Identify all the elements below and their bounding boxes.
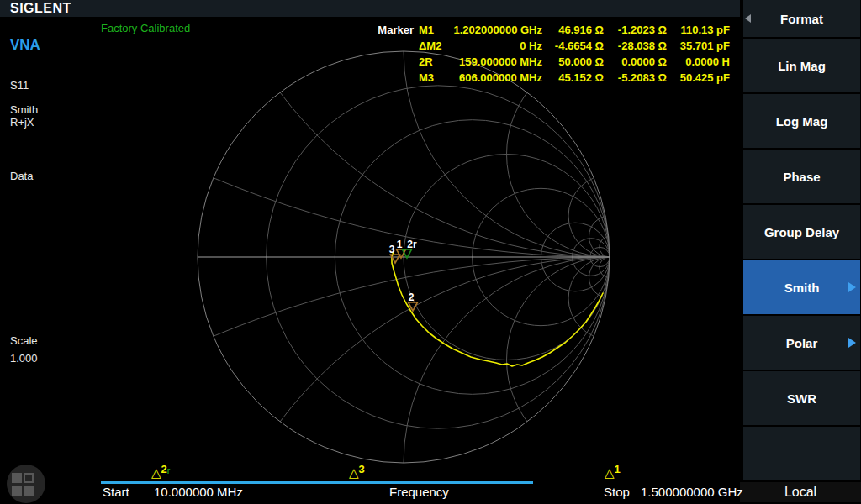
calibration-status: Factory Calibrated <box>101 22 190 34</box>
marker-table-cell: -5.2083 Ω <box>604 70 667 86</box>
marker-table-cell: 110.13 pF <box>667 22 730 38</box>
scale-value: 1.000 <box>10 352 38 365</box>
grid-icon <box>12 473 22 483</box>
marker-table-cell: 50.425 pF <box>667 70 730 86</box>
softkey-label: Smith <box>784 281 820 295</box>
marker-table-cell: M1 <box>414 22 452 38</box>
marker-table-cell: 0.0000 Ω <box>604 54 667 70</box>
axis-marker-number: 2 <box>161 463 167 475</box>
triangle-marker-icon: △ <box>605 465 615 480</box>
marker-table-cell: 35.701 pF <box>667 38 730 54</box>
channel-label: S11 <box>10 79 29 92</box>
start-label: Start <box>103 485 129 499</box>
axis-marker-1: △1 <box>605 465 621 480</box>
softkey-polar[interactable]: Polar <box>743 316 860 370</box>
marker-table-cell: ΔM2 <box>414 38 452 54</box>
header-bar <box>0 0 740 17</box>
marker-table-row: M3606.000000 MHz45.152 Ω-5.2083 Ω50.425 … <box>373 70 730 86</box>
marker-table-cell: 0 Hz <box>452 38 542 54</box>
menu-header-label: Format <box>780 12 823 26</box>
softkey-label: Phase <box>783 170 820 184</box>
marker-table-cell <box>373 54 414 70</box>
marker-table-row: MarkerM11.202000000 GHz46.916 Ω-1.2023 Ω… <box>373 22 730 38</box>
marker-table-cell: -4.6654 Ω <box>542 38 604 54</box>
frequency-axis-line <box>101 481 533 484</box>
softkey-label: Group Delay <box>764 225 839 239</box>
chart-marker-label: 1 <box>397 239 403 250</box>
triangle-marker-icon: △ <box>151 465 161 480</box>
smith-chart: 12r32 <box>0 17 740 504</box>
menu-header-format[interactable]: Format <box>743 0 860 37</box>
softkey-label: Lin Mag <box>778 59 826 73</box>
grid-icon <box>24 486 34 496</box>
start-frequency-value: 10.000000 MHz <box>154 485 243 499</box>
softkey-swr[interactable]: SWR <box>743 371 860 425</box>
local-button[interactable]: Local <box>740 482 861 502</box>
softkey-blank <box>743 427 860 480</box>
marker-table-cell: M3 <box>414 70 452 86</box>
marker-table-cell: -28.038 Ω <box>604 38 667 54</box>
home-menu-button[interactable] <box>7 465 45 503</box>
siglent-logo: SIGLENT <box>10 0 71 17</box>
format-label: Smith <box>10 103 38 116</box>
marker-table-cell: 606.000000 MHz <box>452 70 542 86</box>
axis-marker-number: 1 <box>615 463 621 475</box>
marker-table-row: ΔM20 Hz-4.6654 Ω-28.038 Ω35.701 pF <box>373 38 730 54</box>
marker-table-cell: -1.2023 Ω <box>604 22 667 38</box>
marker-table-cell: 46.916 Ω <box>542 22 604 38</box>
scale-label: Scale <box>10 334 38 347</box>
submenu-arrow-icon <box>848 282 856 292</box>
marker-table: MarkerM11.202000000 GHz46.916 Ω-1.2023 Ω… <box>373 22 730 86</box>
axis-marker-number: 3 <box>359 463 365 475</box>
marker-table-cell: Marker <box>373 22 414 38</box>
softkey-log-mag[interactable]: Log Mag <box>743 94 860 148</box>
softkey-label: Log Mag <box>776 114 828 129</box>
mode-label: VNA <box>10 37 40 54</box>
softkey-phase[interactable]: Phase <box>743 150 860 203</box>
back-arrow-icon <box>745 14 751 23</box>
marker-table-cell: 1.202000000 GHz <box>452 22 542 38</box>
stop-label: Stop <box>604 485 630 499</box>
marker-table-cell: 45.152 Ω <box>542 70 604 86</box>
marker-table-cell: 2R <box>414 54 452 70</box>
marker-table-cell: 159.000000 MHz <box>452 54 542 70</box>
softkey-label: Polar <box>786 336 818 350</box>
softkey-label: SWR <box>787 391 816 406</box>
marker-table-cell: 50.000 Ω <box>542 54 604 70</box>
grid-icon <box>24 473 34 483</box>
triangle-marker-icon: △ <box>349 465 359 480</box>
axis-marker-3: △3 <box>349 465 365 480</box>
trace-S11-trace <box>392 251 603 366</box>
marker-table-row: 2R159.000000 MHz50.000 Ω0.0000 Ω0.0000 H <box>373 54 730 70</box>
softkey-smith[interactable]: Smith <box>743 260 860 314</box>
marker-table-cell: 0.0000 H <box>667 54 730 70</box>
submenu-arrow-icon <box>848 338 856 348</box>
format-sublabel: R+jX <box>10 116 34 129</box>
grid-icon <box>12 486 22 496</box>
axis-marker-2r: △2r <box>151 465 170 480</box>
softkey-group-delay[interactable]: Group Delay <box>743 205 860 259</box>
data-label: Data <box>10 170 33 182</box>
marker-table-cell <box>373 38 414 54</box>
stop-frequency-value: 1.500000000 GHz <box>641 485 743 499</box>
softkey-lin-mag[interactable]: Lin Mag <box>743 39 860 92</box>
chart-marker-label: 2r <box>407 239 417 250</box>
chart-marker-label: 3 <box>389 244 395 255</box>
marker-table-cell <box>373 70 414 86</box>
softkey-menu: FormatLin MagLog MagPhaseGroup DelaySmit… <box>740 0 861 504</box>
axis-marker-suffix: r <box>167 465 171 475</box>
chart-marker-label: 2 <box>409 291 415 303</box>
axis-title: Frequency <box>389 485 449 499</box>
